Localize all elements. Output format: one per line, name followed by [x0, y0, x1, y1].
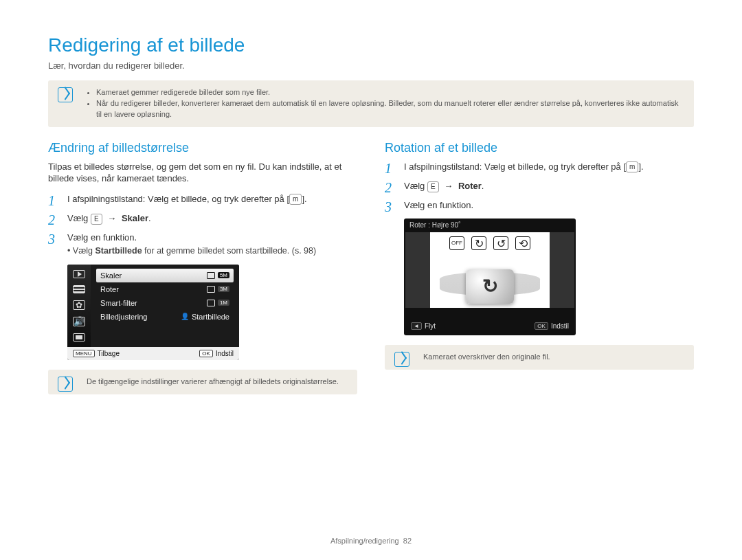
arrow-icon: → — [104, 213, 119, 223]
menu-key-icon: MENU — [73, 350, 95, 357]
resize-step2: Vælg E → Skaler. — [48, 212, 357, 225]
note-icon — [58, 377, 73, 392]
note-icon — [58, 87, 73, 102]
menu-key: m — [626, 161, 638, 172]
play-icon — [73, 270, 85, 278]
page-title: Redigering af et billede — [48, 34, 694, 56]
rotate-180-icon: ⟲ — [515, 236, 530, 250]
resize-note: De tilgængelige indstillinger varierer a… — [48, 370, 357, 394]
rotate-off-icon: OFF — [449, 236, 464, 250]
menu-key: m — [289, 194, 302, 205]
lead-resize: Tilpas et billedes størrelse, og gem det… — [48, 161, 357, 185]
e-key: E — [427, 181, 439, 192]
page-footer: Afspilning/redigering 82 — [0, 537, 742, 545]
camera-sidebar — [67, 265, 91, 347]
camera-menu-preview: Skaler 5M Roter 3M Smart-filter 1M Bille… — [67, 265, 239, 360]
film-icon — [73, 285, 85, 293]
ok-key-icon: OK — [199, 350, 213, 357]
rotate-note: Kameraet overskriver den originale fil. — [385, 345, 694, 370]
note-icon — [394, 352, 409, 367]
rotate-step1: I afspilningstilstand: Vælg et billede, … — [385, 161, 694, 173]
gear-icon — [73, 300, 85, 310]
top-note-line1: Kameraet gemmer redigerede billeder som … — [96, 87, 684, 98]
rotate-label: Roter : Højre 90˚ — [404, 219, 576, 232]
col-resize: Ændring af billedstørrelse Tilpas et bil… — [48, 141, 357, 408]
arrow-icon: → — [441, 181, 456, 191]
ok-key-icon: OK — [535, 322, 548, 330]
image-icon — [207, 272, 215, 279]
top-note-line2: Når du redigerer billeder, konverterer k… — [96, 98, 684, 120]
menu-row: Smart-filter 1M — [96, 296, 234, 310]
rotate-options: OFF ↻ ↺ ⟲ — [404, 236, 576, 250]
rotate-right-icon: ↻ — [471, 236, 486, 250]
camera-footer: MENUTilbage OKIndstil — [67, 347, 239, 360]
rotate-left-icon: ↺ — [493, 236, 508, 250]
battery-icon — [73, 333, 85, 341]
camera-menu-list: Skaler 5M Roter 3M Smart-filter 1M Bille… — [91, 265, 239, 347]
page-subtitle: Lær, hvordan du redigerer billeder. — [48, 60, 694, 71]
top-note: Kameraet gemmer redigerede billeder som … — [48, 80, 694, 127]
resize-step3: Vælg en funktion. • Vælg Startbillede fo… — [48, 232, 357, 258]
sound-icon — [73, 317, 85, 326]
menu-row: Billedjustering 👤 Startbillede — [96, 310, 234, 324]
col-rotate: Rotation af et billede I afspilningstils… — [385, 141, 694, 408]
menu-row: Skaler 5M — [96, 269, 234, 282]
e-key: E — [91, 214, 102, 225]
rotate-step3: Vælg en funktion. — [385, 199, 694, 212]
heading-resize: Ændring af billedstørrelse — [48, 141, 357, 155]
rotate-footer: ◄Flyt OKIndstil — [405, 317, 574, 334]
left-arrow-icon: ◄ — [411, 322, 422, 330]
heading-rotate: Rotation af et billede — [385, 141, 694, 155]
person-icon: 👤 — [181, 313, 189, 320]
resize-step1: I afspilningstilstand: Vælg et billede, … — [48, 193, 357, 205]
rotate-step2: Vælg E → Roter. — [385, 180, 694, 192]
rotate-center-badge — [466, 269, 514, 304]
image-icon — [207, 286, 215, 293]
camera-rotate-preview: Roter : Højre 90˚ OFF ↻ ↺ ⟲ ◄Flyt OKInds… — [404, 219, 576, 335]
image-icon — [207, 300, 215, 306]
menu-row: Roter 3M — [96, 282, 234, 296]
